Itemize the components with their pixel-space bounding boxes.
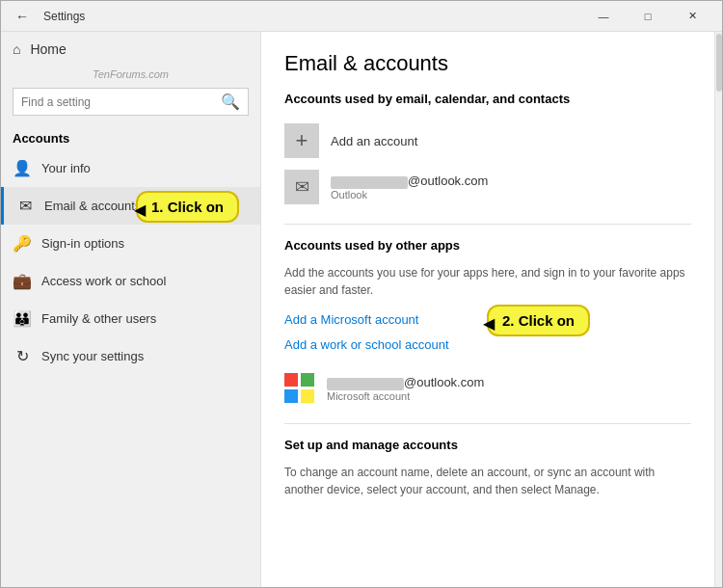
close-button[interactable]: ✕ <box>670 1 714 32</box>
callout1-arrow-icon: ◀ <box>134 200 146 219</box>
section2-title: Accounts used by other apps <box>284 238 691 253</box>
sidebar-section-title: Accounts <box>1 123 260 149</box>
callout2-text: 2. Click on <box>502 312 575 329</box>
add-work-link[interactable]: Add a work or school account <box>284 337 449 352</box>
sidebar: ⌂ Home TenForums.com 🔍 Accounts 👤 Your i… <box>1 32 261 587</box>
search-box: 🔍 <box>13 88 249 116</box>
email-accounts-icon: ✉ <box>15 197 35 215</box>
add-account-item: + Add an account <box>284 118 691 164</box>
section3-desc: To change an account name, delete an acc… <box>284 464 691 498</box>
sync-icon: ↻ <box>13 347 32 365</box>
add-account-label: Add an account <box>331 134 417 148</box>
search-icon: 🔍 <box>221 93 240 111</box>
home-icon: ⌂ <box>13 41 20 57</box>
your-info-icon: 👤 <box>13 159 32 177</box>
back-button[interactable]: ← <box>9 3 36 30</box>
maximize-button[interactable]: □ <box>626 1 670 32</box>
callout1-text: 1. Click on <box>151 199 224 215</box>
main-content: Email & accounts Accounts used by email,… <box>261 32 714 587</box>
minimize-button[interactable]: — <box>581 1 626 32</box>
divider2 <box>284 423 691 424</box>
ms-account-info: @outlook.com Microsoft account <box>327 375 484 401</box>
sidebar-item-access-work[interactable]: 💼 Access work or school <box>1 262 260 300</box>
ms-blurred <box>327 378 404 390</box>
settings-window: ← Settings — □ ✕ ⌂ Home TenForums.com 🔍 … <box>0 0 723 588</box>
outlook-label: Outlook <box>331 189 488 200</box>
add-ms-link[interactable]: Add a Microsoft account <box>284 312 418 327</box>
sidebar-item-sign-in[interactable]: 🔑 Sign-in options <box>1 225 260 262</box>
outlook-account-item: ✉ @outlook.com Outlook <box>284 164 691 210</box>
access-work-icon: 💼 <box>13 272 32 290</box>
ms-logo-icon <box>284 373 315 404</box>
outlook-account-info: @outlook.com Outlook <box>331 174 488 200</box>
content-area: ⌂ Home TenForums.com 🔍 Accounts 👤 Your i… <box>1 32 722 587</box>
sidebar-item-your-info[interactable]: 👤 Your info <box>1 149 260 187</box>
outlook-account-name: @outlook.com <box>331 174 488 188</box>
titlebar: ← Settings — □ ✕ <box>1 1 722 32</box>
outlook-domain: @outlook.com <box>408 174 488 188</box>
callout2-arrow-icon: ◀ <box>483 314 495 333</box>
ms-account-item: @outlook.com Microsoft account <box>284 367 691 410</box>
page-title: Email & accounts <box>284 51 691 76</box>
scrollbar-thumb[interactable] <box>716 34 722 92</box>
window-title: Settings <box>43 10 85 23</box>
watermark: TenForums.com <box>1 67 260 84</box>
callout-1: 1. Click on <box>136 191 239 223</box>
access-work-label: Access work or school <box>41 274 166 288</box>
home-label: Home <box>30 41 66 57</box>
add-ms-wrapper: Add a Microsoft account 2. Click on ◀ <box>284 310 418 328</box>
ms-account-label: Microsoft account <box>327 390 484 402</box>
search-input[interactable] <box>21 95 215 109</box>
sidebar-item-family[interactable]: 👪 Family & other users <box>1 300 260 337</box>
sign-in-label: Sign-in options <box>41 236 124 251</box>
section3-title: Set up and manage accounts <box>284 438 691 452</box>
callout-2: 2. Click on <box>487 305 590 336</box>
sync-label: Sync your settings <box>41 349 144 363</box>
family-label: Family & other users <box>41 311 156 326</box>
outlook-blurred <box>331 176 408 189</box>
sign-in-icon: 🔑 <box>13 234 32 253</box>
section1-title: Accounts used by email, calendar, and co… <box>284 92 691 106</box>
section2-desc: Add the accounts you use for your apps h… <box>284 264 691 299</box>
divider1 <box>284 224 691 225</box>
window-controls: — □ ✕ <box>581 1 714 32</box>
family-icon: 👪 <box>13 309 32 328</box>
ms-domain: @outlook.com <box>404 375 484 389</box>
outlook-icon: ✉ <box>284 170 319 204</box>
scrollbar[interactable] <box>714 32 722 587</box>
sidebar-email-wrapper: ✉ Email & accounts 1. Click on ◀ <box>1 187 260 225</box>
your-info-label: Your info <box>41 161 91 175</box>
email-accounts-label: Email & accounts <box>44 199 141 213</box>
sidebar-home[interactable]: ⌂ Home <box>1 32 260 67</box>
sidebar-item-sync[interactable]: ↻ Sync your settings <box>1 337 260 375</box>
add-account-icon: + <box>284 123 319 158</box>
ms-account-name: @outlook.com <box>327 375 484 389</box>
